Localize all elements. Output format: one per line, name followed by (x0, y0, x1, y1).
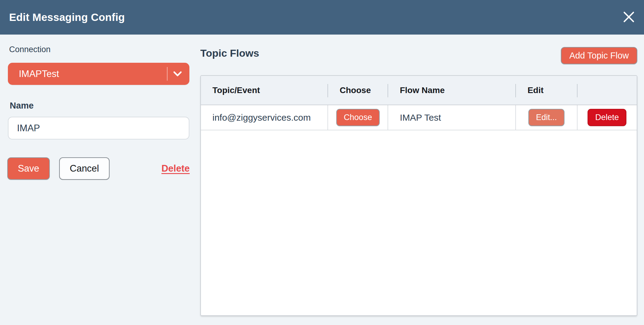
chevron-down-icon (172, 63, 183, 85)
edit-button[interactable]: Edit... (528, 109, 564, 126)
cell-flow-name: IMAP Test (388, 105, 516, 130)
add-topic-flow-button[interactable]: Add Topic Flow (561, 47, 637, 64)
modal-title: Edit Messaging Config (0, 11, 125, 23)
column-header-flow-name: Flow Name (388, 76, 516, 105)
connection-select-value: IMAPTest (8, 69, 59, 79)
table-row: info@ziggyservices.com Choose IMAP Test … (201, 105, 637, 130)
cell-edit: Edit... (516, 105, 577, 130)
choose-button[interactable]: Choose (336, 109, 380, 126)
form-actions: Save Cancel Delete (7, 157, 190, 180)
delete-link[interactable]: Delete (161, 163, 190, 174)
select-divider (167, 67, 168, 81)
table-empty-area (201, 130, 637, 315)
modal-header: Edit Messaging Config (0, 0, 644, 35)
cell-topic-event: info@ziggyservices.com (201, 105, 328, 130)
connection-select[interactable]: IMAPTest (8, 63, 189, 85)
cell-delete: Delete (578, 105, 637, 130)
column-header-choose: Choose (328, 76, 388, 105)
topic-flows-table: Topic/Event Choose Flow Name Edit info@z… (200, 75, 637, 316)
save-button[interactable]: Save (7, 157, 50, 180)
cancel-button[interactable]: Cancel (59, 157, 110, 180)
close-button[interactable] (622, 10, 636, 25)
cell-choose: Choose (328, 105, 388, 130)
connection-label: Connection (9, 45, 51, 54)
column-header-topic-event: Topic/Event (201, 76, 328, 105)
edit-messaging-config-modal: Edit Messaging Config Connection IMAPTes… (0, 0, 644, 325)
name-label: Name (10, 101, 34, 111)
table-header-row: Topic/Event Choose Flow Name Edit (201, 76, 637, 105)
column-header-actions (578, 76, 637, 105)
topic-flows-heading: Topic Flows (200, 47, 259, 59)
name-input[interactable] (8, 117, 189, 139)
delete-button[interactable]: Delete (588, 109, 626, 126)
column-header-edit: Edit (516, 76, 577, 105)
close-icon (623, 11, 635, 24)
